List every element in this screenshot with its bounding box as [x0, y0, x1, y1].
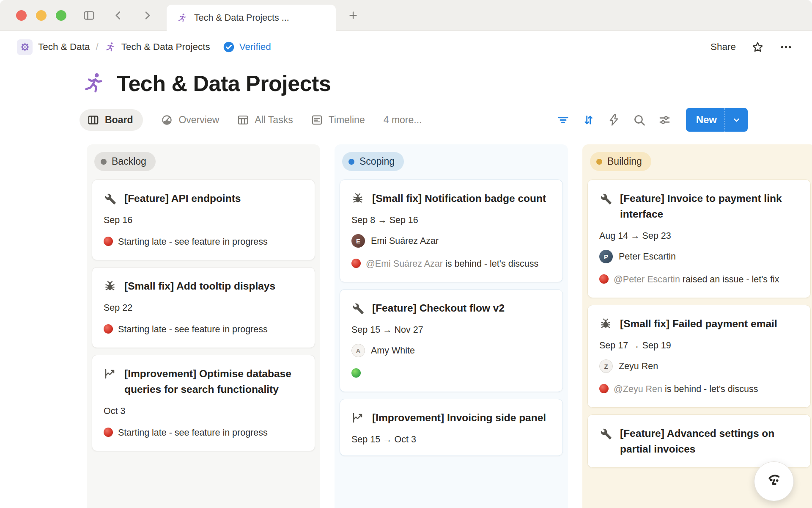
kanban-board: Backlog [Feature] API endpoints Sep 16 S…: [0, 144, 812, 508]
wrench-icon: [599, 427, 612, 440]
avatar: Z: [599, 359, 613, 373]
new-button[interactable]: New: [686, 108, 748, 132]
task-title: [Small fix] Add tooltip displays: [124, 278, 275, 294]
task-card[interactable]: [Feature] API endpoints Sep 16 Starting …: [92, 179, 315, 260]
red-circle-icon: [351, 259, 361, 268]
search-icon[interactable]: [633, 113, 646, 127]
task-status: @Peter Escartin raised an issue - let's …: [599, 272, 799, 287]
task-title: [Small fix] Notification badge count: [372, 190, 546, 206]
new-dropdown-button[interactable]: [724, 108, 748, 132]
task-date: Sep 17 → Sep 19: [599, 340, 799, 351]
task-assignee: Z Zeyu Ren: [599, 359, 799, 373]
task-status: Starting late - see feature in progress: [104, 322, 303, 337]
task-card[interactable]: [Improvement] Optimise database queries …: [92, 355, 315, 451]
avatar: A: [351, 344, 365, 357]
tab-board[interactable]: Board: [80, 109, 143, 131]
gauge-icon: [161, 114, 173, 126]
task-title: [Feature] Checkout flow v2: [372, 300, 505, 316]
task-date: Sep 16: [104, 215, 303, 226]
red-circle-icon: [104, 237, 113, 246]
task-card[interactable]: [Small fix] Failed payment email Sep 17 …: [587, 305, 811, 408]
runner-icon: [104, 41, 116, 53]
wrench-icon: [104, 192, 116, 205]
status-dot-icon: [596, 159, 602, 165]
tab-overview[interactable]: Overview: [161, 114, 219, 126]
task-card[interactable]: [Feature] Checkout flow v2 Sep 15 → Nov …: [340, 289, 563, 392]
chart-up-icon: [104, 367, 116, 380]
window-tab-bar: Tech & Data Projects ...: [0, 0, 812, 31]
breadcrumb-separator: /: [96, 41, 99, 52]
task-title: [Improvement] Invoicing side panel: [372, 410, 546, 425]
ai-face-icon: [764, 472, 784, 491]
new-tab-button[interactable]: [348, 10, 359, 21]
column-building: Building [Feature] Invoice to payment li…: [582, 144, 812, 508]
filter-icon[interactable]: [557, 113, 570, 127]
verified-badge[interactable]: Verified: [223, 41, 271, 53]
task-card[interactable]: [Feature] Advanced settings on partial i…: [587, 414, 811, 468]
red-circle-icon: [599, 384, 609, 393]
task-status: Starting late - see feature in progress: [104, 234, 303, 249]
toggle-sidebar-button[interactable]: [82, 9, 96, 22]
close-window-button[interactable]: [16, 10, 27, 21]
task-card[interactable]: [Feature] Invoice to payment link interf…: [587, 179, 811, 298]
table-icon: [237, 114, 249, 126]
board-icon: [87, 114, 99, 126]
task-date: Oct 3: [104, 406, 303, 417]
page-runner-icon[interactable]: [81, 71, 106, 96]
status-dot-icon: [348, 159, 354, 165]
task-status: @Zeyu Ren is behind - let's discuss: [599, 381, 799, 397]
task-card[interactable]: [Small fix] Notification badge count Sep…: [340, 179, 563, 282]
back-button[interactable]: [112, 9, 125, 22]
breadcrumb-page[interactable]: Tech & Data Projects: [121, 41, 210, 52]
task-title: [Feature] Advanced settings on partial i…: [620, 425, 799, 457]
browser-tab[interactable]: Tech & Data Projects ...: [167, 5, 336, 31]
favorite-star-icon[interactable]: [751, 41, 764, 54]
more-views-button[interactable]: 4 more...: [384, 114, 422, 126]
runner-icon: [177, 13, 187, 23]
breadcrumb-workspace[interactable]: Tech & Data: [38, 41, 90, 52]
task-card[interactable]: [Improvement] Invoicing side panel Sep 1…: [340, 399, 563, 456]
share-button[interactable]: Share: [710, 41, 736, 52]
task-assignee: P Peter Escartin: [599, 250, 799, 263]
bug-icon: [599, 318, 612, 330]
tab-title: Tech & Data Projects ...: [194, 13, 289, 23]
column-scoping: Scoping [Small fix] Notification badge c…: [335, 144, 568, 508]
task-date: Sep 15 → Oct 3: [351, 434, 551, 445]
task-assignee: E Emi Suárez Azar: [351, 234, 551, 248]
column-header-scoping[interactable]: Scoping: [342, 152, 404, 171]
ai-assistant-button[interactable]: [754, 461, 794, 501]
column-header-backlog[interactable]: Backlog: [94, 152, 156, 171]
red-circle-icon: [104, 324, 113, 334]
red-circle-icon: [599, 274, 609, 284]
task-card[interactable]: [Small fix] Add tooltip displays Sep 22 …: [92, 267, 315, 348]
task-assignee: A Amy White: [351, 344, 551, 357]
column-header-building[interactable]: Building: [590, 152, 651, 171]
more-options-icon[interactable]: [779, 41, 793, 54]
zoom-window-button[interactable]: [56, 10, 66, 21]
view-toolbar: Board Overview All Tasks Timeline 4 more…: [0, 108, 812, 132]
task-title: [Small fix] Failed payment email: [620, 316, 777, 331]
task-status: @Emi Suárez Azar is behind - let's discu…: [351, 256, 551, 271]
wrench-icon: [351, 302, 364, 315]
task-status: [351, 366, 551, 381]
bug-icon: [351, 192, 364, 205]
red-circle-icon: [104, 428, 113, 437]
sliders-icon[interactable]: [658, 113, 671, 127]
wrench-icon: [599, 192, 612, 205]
tab-timeline[interactable]: Timeline: [311, 114, 365, 126]
timeline-icon: [311, 114, 323, 126]
bug-icon: [104, 280, 116, 293]
forward-button[interactable]: [141, 9, 154, 22]
column-backlog: Backlog [Feature] API endpoints Sep 16 S…: [87, 144, 320, 508]
lightning-icon[interactable]: [607, 113, 620, 127]
avatar: P: [599, 250, 613, 263]
chart-up-icon: [351, 411, 364, 424]
top-bar: Tech & Data / Tech & Data Projects Verif…: [0, 31, 812, 63]
sort-icon[interactable]: [582, 113, 595, 127]
task-title: [Feature] API endpoints: [124, 190, 241, 206]
status-dot-icon: [101, 159, 107, 165]
task-title: [Improvement] Optimise database queries …: [124, 366, 303, 397]
task-date: Aug 14 → Sep 23: [599, 231, 799, 241]
minimize-window-button[interactable]: [36, 10, 47, 21]
tab-all-tasks[interactable]: All Tasks: [237, 114, 293, 126]
